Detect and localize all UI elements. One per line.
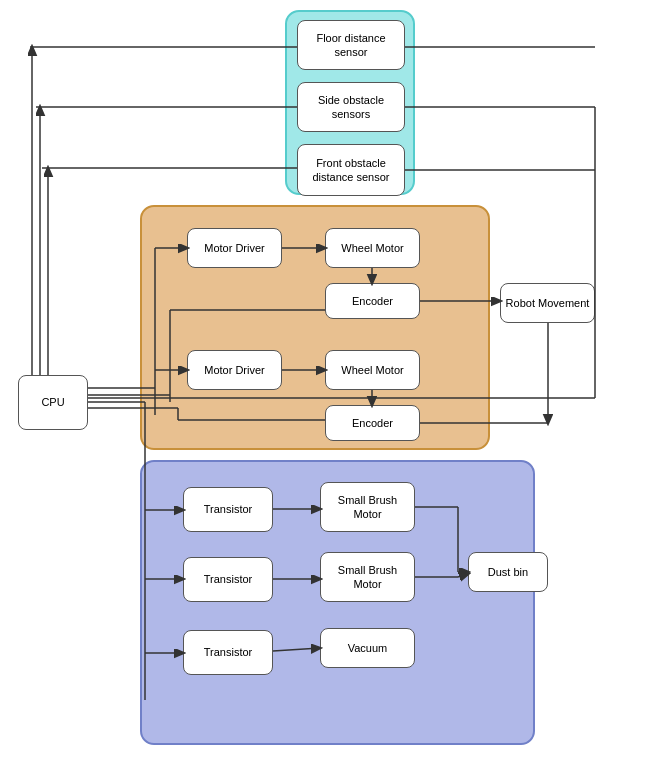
encoder-1: Encoder [325, 283, 420, 319]
motor-driver-2: Motor Driver [187, 350, 282, 390]
small-brush-motor-1: Small Brush Motor [320, 482, 415, 532]
cpu-box: CPU [18, 375, 88, 430]
floor-distance-sensor: Floor distance sensor [297, 20, 405, 70]
wheel-motor-1: Wheel Motor [325, 228, 420, 268]
diagram: Floor distance sensor Side obstacle sens… [0, 0, 647, 762]
transistor-3: Transistor [183, 630, 273, 675]
transistor-1: Transistor [183, 487, 273, 532]
wheel-motor-2: Wheel Motor [325, 350, 420, 390]
dust-bin: Dust bin [468, 552, 548, 592]
motor-driver-1: Motor Driver [187, 228, 282, 268]
robot-movement: Robot Movement [500, 283, 595, 323]
front-obstacle-sensor: Front obstacle distance sensor [297, 144, 405, 196]
side-obstacle-sensors: Side obstacle sensors [297, 82, 405, 132]
transistor-2: Transistor [183, 557, 273, 602]
encoder-2: Encoder [325, 405, 420, 441]
vacuum-box: Vacuum [320, 628, 415, 668]
small-brush-motor-2: Small Brush Motor [320, 552, 415, 602]
